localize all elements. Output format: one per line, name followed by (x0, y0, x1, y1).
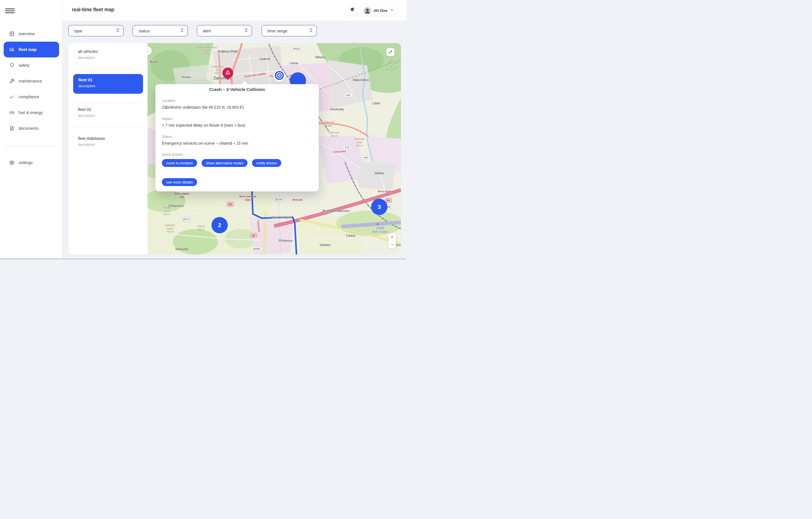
expand-icon (388, 50, 393, 55)
fleet-item-description: description (78, 56, 140, 60)
fleet-list-item-fleet-01[interactable]: fleet 01description (73, 74, 143, 94)
sidebar-item-label: fuel & energy (19, 110, 42, 115)
notify-drivers-button[interactable]: notify drivers (252, 159, 281, 167)
bell-icon (349, 7, 355, 14)
filter-label: time range (267, 28, 287, 33)
fleet-item-description: description (78, 114, 140, 118)
sidebar-item-overview[interactable]: overview (4, 26, 59, 42)
map-canvas[interactable]: ✈ BystrcKomínŽabovřeskyKrálovo PoleSadov… (148, 43, 401, 254)
shield-icon (9, 63, 14, 68)
fleet-item-title: fleet Aldebaran (78, 136, 140, 141)
filter-time-range[interactable]: time range (262, 25, 317, 36)
gear-icon (9, 160, 14, 165)
fleet-list-item-fleet-aldebaran[interactable]: fleet Aldebarandescription (78, 136, 140, 147)
filter-label: type (74, 28, 82, 33)
sidebar-item-maintenance[interactable]: maintenance (4, 73, 59, 89)
popup-field-value: + 7 min expected delay on Route 9 (tram … (162, 123, 312, 127)
check-icon (9, 94, 14, 99)
see-more-details-button[interactable]: see more details (162, 178, 197, 186)
sidebar-item-label: documents (19, 126, 38, 131)
chevron-left-icon: ‹ (148, 48, 148, 54)
fleet-item-title: fleet 02 (78, 107, 140, 112)
user-menu[interactable]: Jiří Doe (362, 5, 398, 16)
popup-field-label: Location (162, 99, 312, 103)
incident-popup: Crash – 2-Vehicle Collision Location Záb… (155, 84, 319, 191)
map-zoom-control: + − (388, 233, 396, 248)
battery-icon (9, 110, 14, 115)
sidebar-nav: overviewfleet mapsafetymaintenancecompli… (0, 26, 62, 136)
vehicle-bullseye-marker[interactable] (273, 70, 285, 82)
sidebar-item-label: settings (19, 160, 33, 165)
cluster-marker-2[interactable]: 2 (211, 217, 228, 233)
overview-icon (9, 31, 14, 36)
chevron-updown-icon (116, 28, 120, 33)
list-divider (73, 127, 143, 127)
content-card: all vehiclesdescriptionfleet 01descripti… (68, 43, 401, 254)
document-icon (9, 126, 14, 131)
sidebar-item-settings[interactable]: settings (4, 155, 59, 171)
fleet-item-title: all vehicles (78, 49, 140, 54)
popup-field-value: Emergency services on-scene – cleared ≈ … (162, 141, 312, 146)
sidebar-item-safety[interactable]: safety (4, 57, 59, 73)
sidebar-item-label: fleet map (19, 47, 37, 52)
filter-type[interactable]: type (68, 25, 124, 36)
chevron-updown-icon (309, 28, 313, 33)
sidebar-item-documents[interactable]: documents (4, 120, 59, 136)
app-window: real-time fleet map Jiří Doe overviewfle… (0, 0, 406, 260)
sidebar-item-compliance[interactable]: compliance (4, 89, 59, 105)
popup-title: Crash – 2-Vehicle Collision (162, 87, 312, 92)
fleet-item-description: description (78, 143, 140, 147)
user-name: Jiří Doe (373, 8, 387, 13)
list-divider (73, 103, 143, 103)
page-title: real-time fleet map (72, 7, 114, 13)
show-alternative-routes-button[interactable]: show alternative routes (202, 159, 248, 167)
sidebar-item-label: compliance (19, 95, 39, 99)
cluster-marker-3[interactable]: 3 (371, 199, 387, 215)
sidebar-item-fleet-map[interactable]: fleet map (4, 42, 59, 57)
popup-field-label: Status (162, 135, 312, 139)
zoom-in-button[interactable]: + (388, 233, 396, 241)
fullscreen-button[interactable] (386, 48, 395, 56)
fleet-item-title: fleet 01 (78, 78, 143, 82)
notifications-button[interactable] (347, 5, 357, 16)
truck-icon (9, 47, 14, 52)
svg-text:✈: ✈ (376, 222, 379, 226)
popup-field-label: Impact (162, 117, 312, 121)
hamburger-menu-button[interactable] (5, 8, 14, 14)
incident-marker[interactable] (223, 67, 233, 78)
fleet-list: all vehiclesdescriptionfleet 01descripti… (68, 43, 148, 254)
quick-actions-label: Quick actions (162, 153, 312, 156)
fleet-item-description: description (78, 84, 143, 88)
bullseye-icon (274, 70, 284, 82)
chevron-updown-icon (244, 28, 248, 33)
filter-alert[interactable]: alert (197, 25, 252, 36)
filter-label: status (139, 28, 150, 33)
sidebar: overviewfleet mapsafetymaintenancecompli… (0, 0, 62, 260)
sidebar-item-fuel-energy[interactable]: fuel & energy (4, 105, 59, 120)
sidebar-footer: settings (0, 155, 62, 171)
caret-down-icon (390, 8, 394, 13)
avatar (364, 7, 371, 14)
fleet-list-item-all-vehicles[interactable]: all vehiclesdescription (78, 49, 140, 60)
window-bottom-edge (0, 258, 406, 260)
zoom-to-incident-button[interactable]: zoom to incident (162, 159, 197, 167)
warning-icon (225, 69, 231, 77)
popup-field-value: Zábrdovice underpass (lat 49.210 N, 16.6… (162, 105, 312, 110)
filter-label: alert (203, 28, 211, 33)
zoom-out-button[interactable]: − (388, 241, 396, 249)
sidebar-item-label: maintenance (19, 79, 42, 83)
filter-status[interactable]: status (133, 25, 188, 36)
fleet-list-item-fleet-02[interactable]: fleet 02description (78, 107, 140, 118)
chevron-updown-icon (180, 28, 184, 33)
sidebar-item-label: safety (19, 63, 30, 67)
sidebar-item-label: overview (19, 32, 35, 36)
wrench-icon (9, 79, 14, 84)
